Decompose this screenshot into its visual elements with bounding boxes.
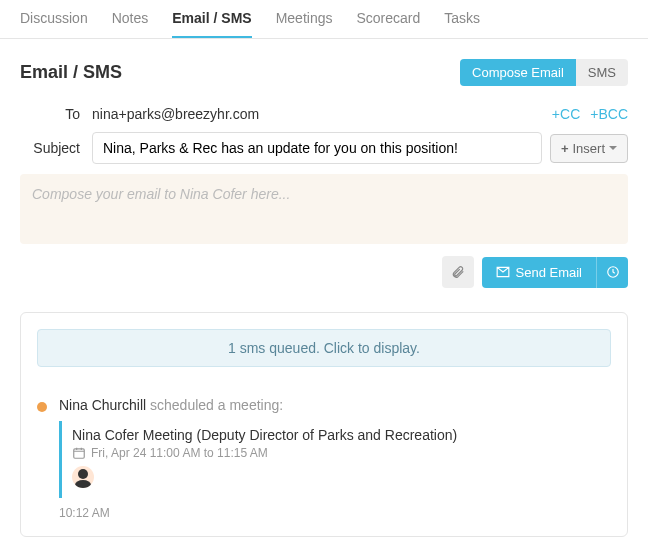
activity-action: scheduled a meeting: bbox=[146, 397, 283, 413]
chevron-down-icon bbox=[609, 146, 617, 150]
meeting-time-text: Fri, Apr 24 11:00 AM to 11:15 AM bbox=[91, 446, 268, 460]
send-email-button[interactable]: Send Email bbox=[482, 257, 596, 288]
activity-timestamp: 10:12 AM bbox=[59, 506, 611, 520]
compose-textarea[interactable]: Compose your email to Nina Cofer here... bbox=[20, 174, 628, 244]
send-label: Send Email bbox=[516, 265, 582, 280]
plus-icon: + bbox=[561, 141, 569, 156]
meeting-card[interactable]: Nina Cofer Meeting (Deputy Director of P… bbox=[59, 421, 611, 498]
paperclip-icon bbox=[451, 265, 465, 279]
tab-email-sms[interactable]: Email / SMS bbox=[172, 0, 251, 38]
tab-discussion[interactable]: Discussion bbox=[20, 0, 88, 38]
tab-bar: Discussion Notes Email / SMS Meetings Sc… bbox=[0, 0, 648, 39]
calendar-icon bbox=[72, 446, 86, 460]
queued-sms-banner[interactable]: 1 sms queued. Click to display. bbox=[37, 329, 611, 367]
to-label: To bbox=[20, 106, 80, 122]
add-bcc-link[interactable]: +BCC bbox=[590, 106, 628, 122]
compose-email-button[interactable]: Compose Email bbox=[460, 59, 576, 86]
activity-item: Nina Churchill scheduled a meeting: Nina… bbox=[37, 397, 611, 520]
activity-author: Nina Churchill bbox=[59, 397, 146, 413]
to-value: nina+parks@breezyhr.com bbox=[92, 106, 628, 122]
meeting-time-row: Fri, Apr 24 11:00 AM to 11:15 AM bbox=[72, 446, 601, 460]
tab-tasks[interactable]: Tasks bbox=[444, 0, 480, 38]
add-cc-link[interactable]: +CC bbox=[552, 106, 580, 122]
compose-toggle-group: Compose Email SMS bbox=[460, 59, 628, 86]
avatar bbox=[72, 466, 94, 488]
clock-icon bbox=[606, 265, 620, 279]
meeting-title: Nina Cofer Meeting (Deputy Director of P… bbox=[72, 427, 601, 443]
tab-notes[interactable]: Notes bbox=[112, 0, 149, 38]
thread-panel: 1 sms queued. Click to display. Nina Chu… bbox=[20, 312, 628, 537]
meeting-attendee-avatar bbox=[72, 466, 601, 492]
activity-title: Nina Churchill scheduled a meeting: bbox=[59, 397, 611, 413]
tab-meetings[interactable]: Meetings bbox=[276, 0, 333, 38]
svg-rect-1 bbox=[74, 449, 85, 458]
insert-label: Insert bbox=[572, 141, 605, 156]
subject-input[interactable] bbox=[92, 132, 542, 164]
activity-status-dot bbox=[37, 402, 47, 412]
sms-button[interactable]: SMS bbox=[576, 59, 628, 86]
envelope-icon bbox=[496, 265, 510, 279]
page-title: Email / SMS bbox=[20, 62, 122, 83]
insert-button[interactable]: + Insert bbox=[550, 134, 628, 163]
attachment-button[interactable] bbox=[442, 256, 474, 288]
subject-label: Subject bbox=[20, 140, 80, 156]
tab-scorecard[interactable]: Scorecard bbox=[356, 0, 420, 38]
send-options-button[interactable] bbox=[596, 257, 628, 288]
